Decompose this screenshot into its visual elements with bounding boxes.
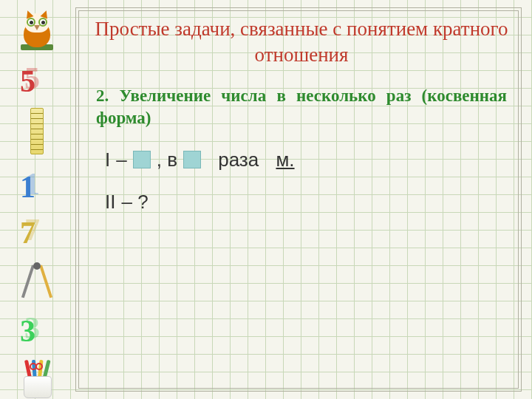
slide-title: Простые задачи, связанные с понятием кра… xyxy=(89,16,514,67)
placeholder-box-icon xyxy=(133,151,151,168)
owl-icon xyxy=(16,9,58,49)
problem-type-heading: 2. Увеличение числа в несколько раз (кос… xyxy=(96,85,507,129)
dash-question: – ? xyxy=(121,191,148,214)
number-card-5: 55 xyxy=(16,62,58,95)
raza-word: раза xyxy=(218,149,259,171)
dash: – xyxy=(116,149,126,171)
problem-line-2: II – ? xyxy=(105,191,514,214)
placeholder-box-icon xyxy=(183,151,201,168)
pencil-cup-icon xyxy=(16,358,58,400)
m-underlined: м. xyxy=(276,149,294,171)
comma-v: , в xyxy=(157,149,177,171)
roman-one: I xyxy=(105,149,110,171)
problem-line-1: I– , в раза м. xyxy=(105,149,514,171)
decorative-sidebar: 55 11 77 33 xyxy=(0,0,74,399)
compass-icon xyxy=(18,259,55,299)
slide-content: Простые задачи, связанные с понятием кра… xyxy=(89,16,514,214)
roman-two: II xyxy=(105,191,115,214)
ruler-icon xyxy=(30,108,44,154)
number-card-3: 33 xyxy=(16,312,58,344)
number-card-7: 77 xyxy=(16,214,58,246)
number-card-1: 11 xyxy=(16,168,58,200)
